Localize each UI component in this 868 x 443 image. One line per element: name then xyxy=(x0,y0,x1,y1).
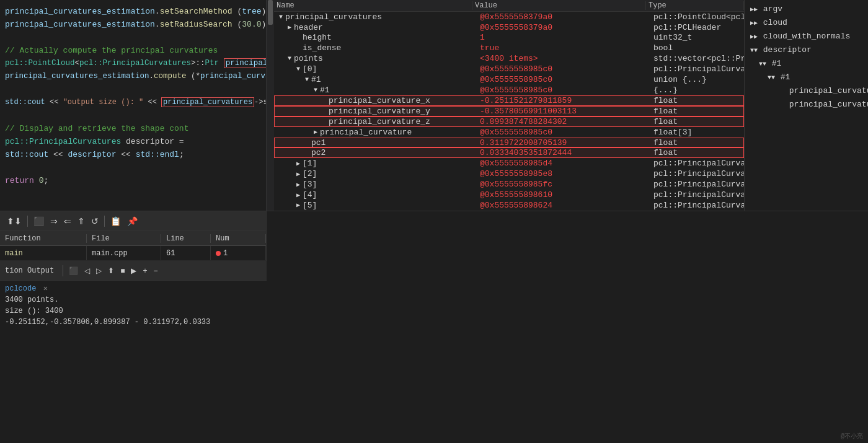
tree-row-idx3[interactable]: [3] @0x5555558985fc pcl::PrincipalCurvat… xyxy=(274,179,744,190)
scrollbar-thumb[interactable] xyxy=(268,0,273,25)
toolbar-filter-btn[interactable]: ⬛ xyxy=(32,215,46,227)
output-btn-1[interactable]: ⬛ xyxy=(67,265,80,276)
tree-row-idx0[interactable]: [0] @0x5555558985c0 pcl::PrincipalCurvat… xyxy=(274,64,744,74)
tree-row-pc1[interactable]: pc1 0.3119722008705139 float xyxy=(274,138,744,148)
expand-arrow-idx4[interactable] xyxy=(294,191,303,199)
tree-name-pcy: principal_curvature_y xyxy=(329,107,430,116)
expand-arrow-idx5[interactable] xyxy=(294,201,303,209)
tree-row-idx4[interactable]: [4] @0x555555898610 pcl::PrincipalCurvat… xyxy=(274,190,744,200)
tree-row-1[interactable]: header @0x5555558379a0 pcl::PCLHeader xyxy=(274,22,744,33)
far-right-descriptor[interactable]: ▼ descriptor xyxy=(745,43,868,57)
expand-arrow-h1a[interactable] xyxy=(303,76,311,83)
tree-type-idx3: pcl::PrincipalCurvatures xyxy=(653,180,744,189)
tree-row-height[interactable]: height 1 uint32_t xyxy=(274,33,744,43)
tree-name-pc2: pc2 xyxy=(311,148,326,157)
tree-type-pc1: float xyxy=(653,138,678,147)
stack-row-main[interactable]: main main.cpp 61 1 xyxy=(0,246,266,261)
expand-arrow-h1b[interactable] xyxy=(311,87,320,94)
expand-arrow-pc-arr[interactable] xyxy=(311,128,320,136)
expand-arrow-1[interactable] xyxy=(285,24,294,31)
stack-cell-line-main: 61 xyxy=(161,246,211,260)
toolbar-back-btn[interactable]: ⇐ xyxy=(62,215,73,227)
tree-name-idx0: [0] xyxy=(303,64,317,74)
output-line-2: size (): 3400 xyxy=(5,305,262,317)
tree-row-idx2[interactable]: [2] @0x5555558985e8 pcl::PrincipalCurvat… xyxy=(274,169,744,179)
tree-row-pc2[interactable]: pc2 0.03334035351872444 float xyxy=(274,147,744,158)
output-panel: tion Output ⬛ ◁ ▷ ⬆ ■ ▶ + − pclcode ✕ 34… xyxy=(0,261,267,443)
toolbar-reload-btn[interactable]: ↺ xyxy=(89,215,100,227)
scrollbar[interactable] xyxy=(267,0,274,211)
far-right-cloud-normals[interactable]: ▶ cloud_with_normals xyxy=(745,30,868,43)
tree-value-idx4: @0x555555898610 xyxy=(480,190,552,200)
toolbar-step-btn[interactable]: ⇒ xyxy=(48,215,60,227)
tree-row-isdense[interactable]: is_dense true bool xyxy=(274,43,744,53)
code-line-comment1: // Actually compute the principal curvat… xyxy=(0,44,266,57)
tree-type-pc-arr: float[3] xyxy=(653,128,692,137)
stack-num-val: 1 xyxy=(223,249,228,258)
far-right-desc-h1b[interactable]: ▼ #1 xyxy=(745,71,868,84)
breakpoint-dot xyxy=(216,251,221,256)
far-right-desc-pcy[interactable]: principal_curvature_y xyxy=(745,98,868,112)
tree-value-idx0: @0x5555558985c0 xyxy=(480,64,552,74)
stack-header-line: Line xyxy=(161,234,211,243)
output-btn-cursor[interactable]: ⬆ xyxy=(106,265,116,276)
tree-name-isdense: is_dense xyxy=(303,43,341,53)
tree-row-pcy[interactable]: principal_curvature_y -0.357805699110031… xyxy=(274,106,744,116)
code-line-return: return 0; xyxy=(0,174,266,187)
tree-row-h1b[interactable]: #1 @0x5555558985c0 {...} xyxy=(274,85,744,95)
far-right-desc-h1a[interactable]: ▼ #1 xyxy=(745,57,868,71)
expand-arrow-idx0[interactable] xyxy=(294,66,303,72)
tree-value-pc2: 0.03334035351872444 xyxy=(480,148,572,157)
tree-value-height: 1 xyxy=(480,33,485,42)
output-btn-remove[interactable]: − xyxy=(151,265,159,276)
tree-type-idx5: pcl::PrincipalCurvatures xyxy=(653,201,744,210)
output-tag: pclcode xyxy=(5,284,36,293)
tree-header-value: Value xyxy=(472,1,646,10)
expand-arrow-idx2[interactable] xyxy=(294,170,303,178)
tree-type-idx1: pcl::PrincipalCurvatures xyxy=(653,159,744,168)
code-line-comment2: // Display and retrieve the shape cont xyxy=(0,122,266,135)
output-btn-prev[interactable]: ◁ xyxy=(82,265,92,276)
tree-name-pc-arr: principal_curvature xyxy=(320,128,412,137)
tree-row-pc-arr[interactable]: principal_curvature @0x5555558985c0 floa… xyxy=(274,127,744,138)
tree-type-1: pcl::PCLHeader xyxy=(653,23,721,32)
stack-header-num: Num xyxy=(211,234,266,243)
watermark: @不小亮 xyxy=(841,432,863,441)
output-tag-close[interactable]: ✕ xyxy=(43,284,48,293)
tree-value-isdense: true xyxy=(480,43,499,53)
output-btn-add[interactable]: + xyxy=(141,265,149,276)
tree-row-idx1[interactable]: [1] @0x5555558985d4 pcl::PrincipalCurvat… xyxy=(274,158,744,169)
code-line-cout: std::cout << "output size (): " << princ… xyxy=(0,96,266,109)
tree-name-idx3: [3] xyxy=(303,180,317,189)
toolbar-jump-btn[interactable]: ⇑ xyxy=(76,215,87,227)
tree-row-points[interactable]: points <3400 items> std::vector<pcl::Pri… xyxy=(274,53,744,64)
tree-type-h1a: union {...} xyxy=(653,75,707,84)
bottom-right-empty: @不小亮 xyxy=(267,211,868,443)
code-line-1: principal_curvatures_estimation.setSearc… xyxy=(0,5,266,18)
toolbar-pin-btn[interactable]: 📌 xyxy=(125,215,140,227)
output-line-3: -0.251152,-0.357806,0.899387 - 0.311972,… xyxy=(5,317,262,328)
output-btn-stop[interactable]: ■ xyxy=(118,265,126,276)
tree-value-idx3: @0x5555558985fc xyxy=(480,180,552,189)
stack-header: Function File Line Num xyxy=(0,231,266,246)
tree-type-idx0: pcl::PrincipalCurvatures xyxy=(653,64,744,74)
tree-row-h1a[interactable]: #1 @0x5555558985c0 union {...} xyxy=(274,74,744,85)
expand-arrow-points[interactable] xyxy=(285,55,294,62)
tree-row-pcx[interactable]: principal_curvature_x -0.251152127981185… xyxy=(274,95,744,106)
toolbar-updown-btn[interactable]: ⬆⬇ xyxy=(5,215,24,227)
expand-arrow-0[interactable] xyxy=(277,14,285,20)
output-btn-next[interactable]: ▷ xyxy=(94,265,104,276)
tree-row-pcz[interactable]: principal_curvature_z 0.8993874788284302… xyxy=(274,116,744,127)
far-right-argv[interactable]: ▶ argv xyxy=(745,2,868,16)
tree-name-idx5: [5] xyxy=(303,201,317,210)
tree-row-0[interactable]: principal_curvatures @0x5555558379a0 pcl… xyxy=(274,12,744,22)
output-btn-run[interactable]: ▶ xyxy=(129,265,138,276)
far-right-cloud[interactable]: ▶ cloud xyxy=(745,16,868,30)
expand-arrow-idx3[interactable] xyxy=(294,181,303,188)
stack-header-fn: Function xyxy=(0,234,87,243)
expand-arrow-idx1[interactable] xyxy=(294,160,303,167)
toolbar-copy-btn[interactable]: 📋 xyxy=(108,215,123,227)
far-right-desc-pcx[interactable]: principal_curvature_x xyxy=(745,84,868,98)
tree-row-idx5[interactable]: [5] @0x555555898624 pcl::PrincipalCurvat… xyxy=(274,200,744,211)
tree-name-h1a: #1 xyxy=(311,75,321,84)
